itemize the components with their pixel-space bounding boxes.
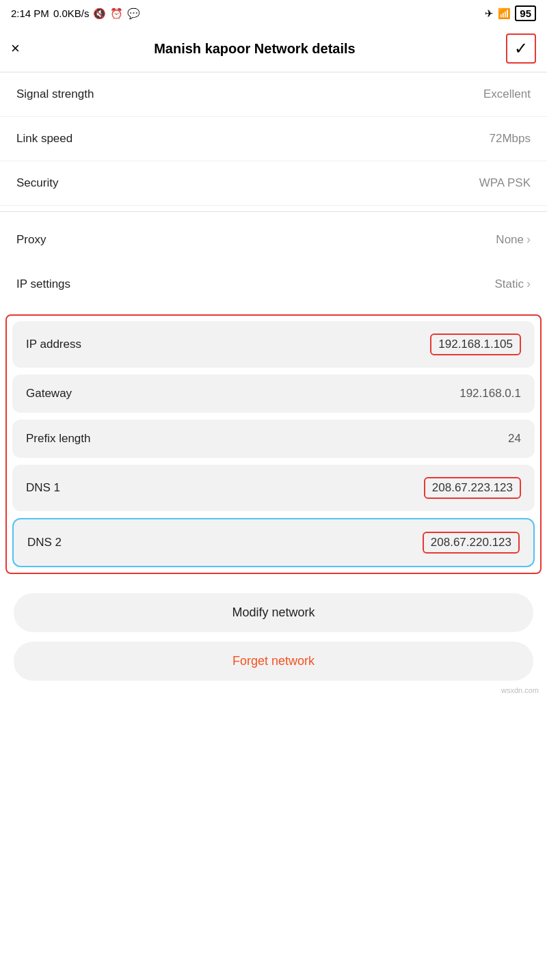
header: × Manish kapoor Network details ✓ <box>0 25 547 72</box>
ip-address-row[interactable]: IP address 192.168.1.105 <box>12 321 535 368</box>
ip-settings-label: IP settings <box>16 277 70 291</box>
security-label: Security <box>16 176 58 190</box>
section-divider <box>0 211 547 212</box>
gateway-label: Gateway <box>26 387 72 400</box>
data-speed: 0.0KB/s <box>53 8 90 19</box>
dns2-row[interactable]: DNS 2 208.67.220.123 <box>12 518 535 567</box>
watermark: wsxdn.com <box>0 681 547 697</box>
signal-strength-row: Signal strength Excellent <box>0 72 547 117</box>
gateway-row[interactable]: Gateway 192.168.0.1 <box>12 375 535 413</box>
status-bar: 2:14 PM 0.0KB/s 🔇 ⏰ 💬 ✈ 📶 95 <box>0 0 547 25</box>
signal-strength-value: Excellent <box>483 87 531 101</box>
ip-address-label: IP address <box>26 338 81 351</box>
mute-icon: 🔇 <box>93 8 106 20</box>
ip-settings-value: Static <box>494 277 524 291</box>
proxy-row[interactable]: Proxy None › <box>0 217 547 262</box>
chevron-right-icon: › <box>526 277 531 291</box>
proxy-label: Proxy <box>16 233 46 247</box>
ip-settings-value-container: Static › <box>494 277 531 291</box>
link-speed-row: Link speed 72Mbps <box>0 117 547 161</box>
prefix-length-row[interactable]: Prefix length 24 <box>12 420 535 458</box>
signal-strength-label: Signal strength <box>16 87 94 101</box>
page-title: Manish kapoor Network details <box>31 41 479 57</box>
time: 2:14 PM <box>11 8 49 19</box>
status-left: 2:14 PM 0.0KB/s 🔇 ⏰ 💬 <box>11 8 140 20</box>
ip-fields-section: IP address 192.168.1.105 Gateway 192.168… <box>5 314 542 574</box>
proxy-value-container: None › <box>496 232 531 247</box>
prefix-length-label: Prefix length <box>26 432 91 446</box>
gateway-value: 192.168.0.1 <box>459 387 521 400</box>
proxy-value: None <box>496 233 524 247</box>
close-button[interactable]: × <box>11 40 20 57</box>
status-icons: ✈ 📶 95 <box>485 5 536 21</box>
wifi-icon: 📶 <box>498 8 511 20</box>
confirm-button[interactable]: ✓ <box>506 33 536 64</box>
security-row: Security WPA PSK <box>0 161 547 206</box>
button-section: Modify network Forget network <box>0 582 547 681</box>
ip-address-value[interactable]: 192.168.1.105 <box>430 334 521 355</box>
chevron-right-icon: › <box>526 232 531 247</box>
dns2-value[interactable]: 208.67.220.123 <box>423 532 520 554</box>
battery-level: 95 <box>515 5 536 21</box>
alarm-icon: ⏰ <box>110 8 123 20</box>
check-icon: ✓ <box>514 39 528 58</box>
dns1-value[interactable]: 208.67.223.123 <box>424 477 521 499</box>
forget-network-button[interactable]: Forget network <box>14 642 533 681</box>
modify-network-button[interactable]: Modify network <box>14 593 533 632</box>
link-speed-label: Link speed <box>16 132 72 146</box>
dns1-label: DNS 1 <box>26 481 60 495</box>
link-speed-value: 72Mbps <box>490 132 531 146</box>
content: Signal strength Excellent Link speed 72M… <box>0 72 547 697</box>
prefix-length-value: 24 <box>508 432 521 446</box>
ip-settings-row[interactable]: IP settings Static › <box>0 262 547 306</box>
chat-icon: 💬 <box>127 8 140 20</box>
security-value: WPA PSK <box>479 176 531 190</box>
dns2-label: DNS 2 <box>27 536 62 549</box>
dns1-row[interactable]: DNS 1 208.67.223.123 <box>12 465 535 511</box>
airplane-icon: ✈ <box>485 8 494 20</box>
